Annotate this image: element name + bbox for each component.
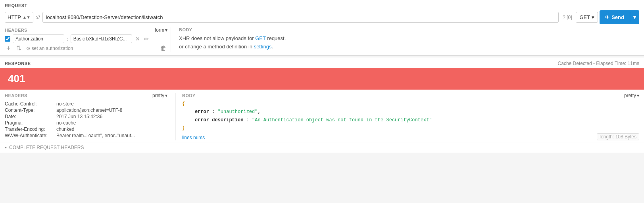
error-key-line: error : "unauthorized", <box>195 109 261 115</box>
open-brace: { <box>182 101 185 107</box>
headers-pretty-label: pretty <box>152 93 164 98</box>
response-headers-label: HEADERS <box>5 93 27 98</box>
length-badge: length: 108 Bytes <box>597 133 639 140</box>
body-get-link[interactable]: GET <box>255 35 266 41</box>
body-text-2: request. <box>266 35 286 41</box>
header-clear-button[interactable]: ✕ <box>135 36 141 42</box>
header-val: Bearer realm="oauth", error="unaut... <box>56 132 167 139</box>
table-row: Cache-Control: no-store <box>5 101 167 107</box>
body-text-4: . <box>271 44 273 50</box>
body-label: BODY <box>179 27 639 32</box>
headers-label-row: HEADERS form ▾ <box>5 27 167 33</box>
response-title-bar: RESPONSE Cache Detected - Elapsed Time: … <box>0 57 644 68</box>
send-button-dropdown-icon[interactable]: ▾ <box>630 12 639 22</box>
body-pretty-dropdown[interactable]: pretty ▾ <box>624 93 639 98</box>
error-desc-key: error_description <box>195 117 243 123</box>
complete-req-headers-label: COMPLETE REQUEST HEADERS <box>9 145 84 150</box>
status-code: 401 <box>8 73 25 84</box>
http-method-value: GET <box>579 14 590 20</box>
response-body-area: BODY pretty ▾ { error : "unauthorized", … <box>175 93 639 140</box>
status-banner: 401 <box>0 68 644 90</box>
header-key: Cache-Control: <box>5 101 56 107</box>
scheme-separator: :// <box>36 14 40 20</box>
error-comma: , <box>258 109 260 115</box>
body-settings-link[interactable]: settings <box>254 44 272 50</box>
delete-headers-button[interactable]: 🗑 <box>160 45 167 52</box>
send-icon: ✈ <box>605 14 609 20</box>
header-key-input[interactable] <box>13 34 64 43</box>
headers-area: HEADERS form ▾ : ✕ ✏ + ⇅ <box>5 27 167 52</box>
headers-body-container: HEADERS form ▾ : ✕ ✏ + ⇅ <box>0 27 644 52</box>
send-button[interactable]: ✈ Send ▾ <box>600 10 639 24</box>
complete-request-headers[interactable]: ▸ COMPLETE REQUEST HEADERS <box>0 142 644 153</box>
chevron-right-icon: ▸ <box>5 145 7 149</box>
header-key: Transfer-Encoding: <box>5 126 56 132</box>
query-badge: ? [0] <box>563 15 572 20</box>
close-brace: } <box>182 125 185 131</box>
error-desc-colon: : <box>246 117 252 123</box>
header-checkbox[interactable] <box>5 36 10 42</box>
form-dropdown[interactable]: form ▾ <box>155 27 167 33</box>
table-row: Transfer-Encoding: chunked <box>5 126 167 132</box>
response-headers-label-row: HEADERS pretty ▾ <box>5 93 167 98</box>
body-text-1: XHR does not allow payloads for <box>179 35 255 41</box>
error-desc-value: "An Authentication object was not found … <box>252 117 432 123</box>
cache-info: Cache Detected - Elapsed Time: 11ms <box>558 61 639 66</box>
error-desc-key-line: error_description : "An Authentication o… <box>195 117 432 123</box>
body-text-3: or change a method definition in <box>179 44 254 50</box>
send-button-main[interactable]: ✈ Send <box>600 12 630 22</box>
url-input[interactable] <box>42 12 559 23</box>
set-auth-label: set an authorization <box>32 46 73 51</box>
form-label: form <box>155 27 164 33</box>
header-val: application/json;charset=UTF-8 <box>56 107 167 113</box>
headers-label: HEADERS <box>5 28 27 33</box>
protocol-arrow-icon: ▲▼ <box>23 15 31 19</box>
http-method-arrow-icon: ▾ <box>592 14 594 20</box>
header-val: chunked <box>56 126 167 132</box>
lines-nums-link[interactable]: lines nums <box>182 135 205 140</box>
header-key: WWW-Authenticate: <box>5 132 56 139</box>
body-pretty-arrow-icon: ▾ <box>637 93 639 98</box>
table-row: Date: 2017 Jun 13 15:42:36 <box>5 113 167 120</box>
header-value-input[interactable] <box>71 34 132 43</box>
header-key: Date: <box>5 113 56 120</box>
http-method-select[interactable]: GET ▾ <box>576 12 598 23</box>
form-chevron-icon: ▾ <box>165 27 167 33</box>
table-row: Pragma: no-cache <box>5 120 167 126</box>
headers-pretty-dropdown[interactable]: pretty ▾ <box>152 93 167 98</box>
error-key: error <box>195 109 209 115</box>
section-divider <box>0 56 644 56</box>
header-row: : ✕ ✏ <box>5 34 167 43</box>
body-message: XHR does not allow payloads for GET requ… <box>179 34 639 51</box>
response-headers-table: Cache-Control: no-store Content-Type: ap… <box>5 101 167 139</box>
error-value: "unauthorized" <box>218 109 258 115</box>
add-header-button[interactable]: + <box>6 45 12 52</box>
table-row: Content-Type: application/json;charset=U… <box>5 107 167 113</box>
header-key: Content-Type: <box>5 107 56 113</box>
response-body-code: { error : "unauthorized", error_descript… <box>182 100 639 132</box>
add-header-row: + ⇅ ⊙ set an authorization 🗑 <box>5 45 167 52</box>
header-val: 2017 Jun 13 15:42:36 <box>56 113 167 120</box>
header-edit-button[interactable]: ✏ <box>143 36 150 42</box>
response-body-label-row: BODY pretty ▾ <box>182 93 639 98</box>
send-label: Send <box>611 14 624 20</box>
set-auth-link[interactable]: ⊙ set an authorization <box>26 46 73 51</box>
auth-icon: ⊙ <box>26 46 30 51</box>
response-title: RESPONSE <box>5 61 31 66</box>
header-colon: : <box>67 36 68 42</box>
sort-headers-button[interactable]: ⇅ <box>15 45 22 52</box>
header-val: no-cache <box>56 120 167 126</box>
header-key: Pragma: <box>5 120 56 126</box>
response-section: RESPONSE Cache Detected - Elapsed Time: … <box>0 57 644 153</box>
error-colon: : <box>212 109 217 115</box>
header-actions: ✕ ✏ <box>135 36 150 42</box>
request-section: REQUEST HTTP ▲▼ :// ? [0] GET ▾ ✈ Send ▾… <box>0 0 644 56</box>
table-row: WWW-Authenticate: Bearer realm="oauth", … <box>5 132 167 139</box>
protocol-select[interactable]: HTTP ▲▼ <box>5 12 33 23</box>
response-headers-area: HEADERS pretty ▾ Cache-Control: no-store… <box>5 93 167 140</box>
response-headers-body-container: HEADERS pretty ▾ Cache-Control: no-store… <box>0 90 644 142</box>
response-body-label: BODY <box>182 93 196 98</box>
request-body-area: BODY XHR does not allow payloads for GET… <box>171 27 639 52</box>
body-pretty-label: pretty <box>624 93 636 98</box>
protocol-value: HTTP <box>8 14 21 20</box>
